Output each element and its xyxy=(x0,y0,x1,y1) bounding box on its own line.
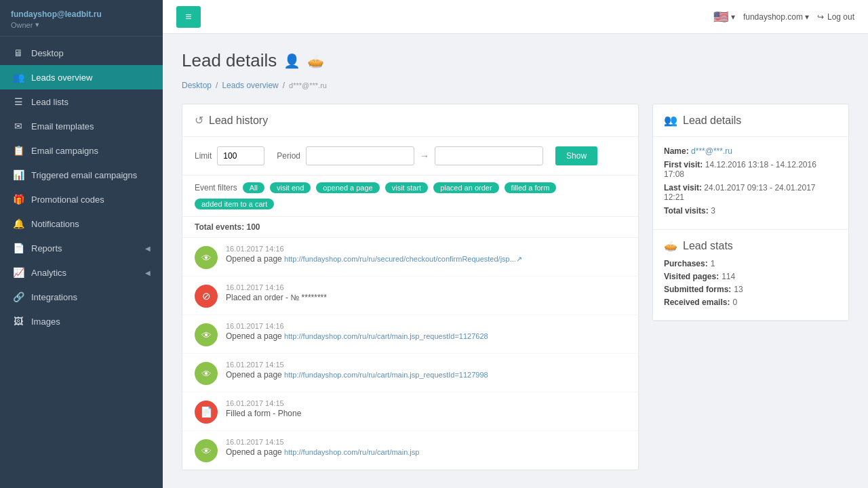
sidebar-arrow-reports: ◀ xyxy=(145,245,151,252)
flag-arrow: ▾ xyxy=(731,12,735,22)
breadcrumb-sep2: / xyxy=(283,81,285,90)
sidebar-item-leads-overview[interactable]: 👥 Leads overview xyxy=(0,65,163,89)
sidebar-icon-images: 🖼 xyxy=(12,316,24,327)
sidebar-label-promo-codes: Promotional codes xyxy=(31,195,151,205)
period-start-input[interactable] xyxy=(306,146,414,165)
period-end-input[interactable] xyxy=(435,146,543,165)
sidebar-item-email-campaigns[interactable]: 📋 Email campaigns xyxy=(0,138,163,163)
stat-key-3: Received emails: xyxy=(664,298,730,307)
stat-val-0: 1 xyxy=(711,259,715,268)
hamburger-button[interactable]: ≡ xyxy=(176,6,201,28)
domain-arrow: ▾ xyxy=(805,12,809,22)
person-icon: 👤 xyxy=(283,53,300,69)
event-tag-All[interactable]: All xyxy=(243,182,264,193)
event-time-2: 16.01.2017 14:16 xyxy=(226,322,626,330)
lead-stats-section: 🥧 Lead stats Purchases: 1 Visited pages:… xyxy=(653,230,848,321)
event-text-5: Opened a page http://fundayshop.com/ru/r… xyxy=(226,447,626,457)
sidebar-icon-email-campaigns: 📋 xyxy=(12,145,24,156)
event-tag-placed-an-order[interactable]: placed an order xyxy=(433,182,498,193)
main-area: ≡ 🇺🇸 ▾ fundayshop.com ▾ ↪ Log out Lead d… xyxy=(163,0,868,488)
stat-key-1: Visited pages: xyxy=(664,272,719,281)
event-tag-visit-end[interactable]: visit end xyxy=(270,182,311,193)
events-list: 👁 16.01.2017 14:16 Opened a page http://… xyxy=(182,238,638,470)
total-visits-row: Total visits: 3 xyxy=(664,206,837,216)
event-tag-opened-a-page[interactable]: opened a page xyxy=(316,182,379,193)
event-filters-row: Event filters Allvisit endopened a pagev… xyxy=(182,176,638,217)
event-icon-symbol-5: 👁 xyxy=(201,445,212,457)
period-filter: Period → xyxy=(277,146,543,165)
event-icon-2: 👁 xyxy=(195,323,218,346)
sidebar-nav: 🖥 Desktop 👥 Leads overview ☰ Lead lists … xyxy=(0,37,163,488)
event-tag-filled-a-form[interactable]: filled a form xyxy=(505,182,557,193)
event-link-3[interactable]: http://fundayshop.com/ru/ru/cart/main.js… xyxy=(284,371,488,379)
name-value: d***@***.ru xyxy=(691,146,732,156)
stat-val-1: 114 xyxy=(722,272,735,281)
sidebar-icon-promo-codes: 🎁 xyxy=(12,194,24,205)
lead-details-card: 👥 Lead details Name: d***@***.ru First v… xyxy=(652,104,849,321)
two-column-layout: ↺ Lead history Limit Period → Sho xyxy=(182,104,849,470)
stat-row-0: Purchases: 1 xyxy=(664,259,837,268)
show-button[interactable]: Show xyxy=(555,146,597,165)
logout-label: Log out xyxy=(827,12,854,22)
breadcrumb-home[interactable]: Desktop xyxy=(182,81,212,90)
event-icon-symbol-2: 👁 xyxy=(201,329,212,341)
event-link-0[interactable]: http://fundayshop.com/ru/ru/secured/chec… xyxy=(284,255,522,263)
logout-button[interactable]: ↪ Log out xyxy=(817,12,854,22)
hamburger-icon: ≡ xyxy=(185,11,191,23)
sidebar-icon-integrations: 🔗 xyxy=(12,291,24,302)
stat-val-2: 13 xyxy=(734,285,743,294)
sidebar-item-analytics[interactable]: 📈 Analytics ◀ xyxy=(0,260,163,285)
sidebar-item-integrations[interactable]: 🔗 Integrations xyxy=(0,285,163,309)
total-events-value: 100 xyxy=(246,222,260,232)
event-link-5[interactable]: http://fundayshop.com/ru/ru/cart/main.js… xyxy=(284,448,419,456)
event-content-3: 16.01.2017 14:15 Opened a page http://fu… xyxy=(226,361,626,380)
lead-details-header: 👥 Lead details xyxy=(653,104,848,137)
stat-row-3: Received emails: 0 xyxy=(664,298,837,307)
flag-selector[interactable]: 🇺🇸 ▾ xyxy=(713,9,735,24)
sidebar-item-notifications[interactable]: 🔔 Notifications xyxy=(0,211,163,236)
event-content-4: 16.01.2017 14:15 Filled a form - Phone xyxy=(226,399,626,418)
sidebar-item-promo-codes[interactable]: 🎁 Promotional codes xyxy=(0,187,163,211)
lead-stats-header: 🥧 Lead stats xyxy=(664,239,837,259)
filters-row: Limit Period → Show xyxy=(182,137,638,176)
sidebar-item-desktop[interactable]: 🖥 Desktop xyxy=(0,41,163,65)
event-tag-added-item-to-a-cart[interactable]: added item to a cart xyxy=(195,199,274,209)
limit-input[interactable] xyxy=(217,146,264,165)
sidebar-item-triggered-email[interactable]: 📊 Triggered email campaigns xyxy=(0,163,163,187)
event-content-0: 16.01.2017 14:16 Opened a page http://fu… xyxy=(226,245,626,264)
history-icon: ↺ xyxy=(195,114,203,127)
sidebar-item-reports[interactable]: 📄 Reports ◀ xyxy=(0,236,163,260)
sidebar-label-leads-overview: Leads overview xyxy=(31,73,151,83)
event-time-4: 16.01.2017 14:15 xyxy=(226,399,626,407)
flag-icon: 🇺🇸 xyxy=(713,9,728,24)
event-icon-0: 👁 xyxy=(195,246,218,269)
domain-selector[interactable]: fundayshop.com ▾ xyxy=(743,12,809,22)
limit-filter: Limit xyxy=(195,146,264,165)
sidebar-label-integrations: Integrations xyxy=(31,292,151,302)
event-tag-visit-start[interactable]: visit start xyxy=(385,182,428,193)
total-visits-key: Total visits: xyxy=(664,206,709,216)
event-icon-symbol-4: 📄 xyxy=(200,406,213,418)
event-link-2[interactable]: http://fundayshop.com/ru/ru/cart/main.js… xyxy=(284,332,488,340)
sidebar-label-images: Images xyxy=(31,317,151,327)
breadcrumb-section[interactable]: Leads overview xyxy=(222,81,278,90)
sidebar-icon-desktop: 🖥 xyxy=(12,47,24,58)
sidebar-item-email-templates[interactable]: ✉ Email templates xyxy=(0,114,163,138)
event-content-1: 16.01.2017 14:16 Placed an order - № ***… xyxy=(226,283,626,302)
topbar: ≡ 🇺🇸 ▾ fundayshop.com ▾ ↪ Log out xyxy=(163,0,868,34)
breadcrumb-current: d***@***.ru xyxy=(289,81,327,89)
sidebar-label-triggered-email: Triggered email campaigns xyxy=(31,170,151,180)
sidebar-item-lead-lists[interactable]: ☰ Lead lists xyxy=(0,89,163,114)
sidebar: fundayshop@leadbit.ru Owner ▾ 🖥 Desktop … xyxy=(0,0,163,488)
stat-val-3: 0 xyxy=(732,298,737,307)
event-icon-symbol-1: ⊘ xyxy=(202,290,211,302)
event-time-1: 16.01.2017 14:16 xyxy=(226,283,626,291)
sidebar-header: fundayshop@leadbit.ru Owner ▾ xyxy=(0,0,163,37)
event-icon-4: 📄 xyxy=(195,401,218,424)
limit-label: Limit xyxy=(195,151,212,161)
sidebar-role-label: Owner xyxy=(11,21,33,29)
stat-key-2: Submitted forms: xyxy=(664,285,731,294)
event-time-5: 16.01.2017 14:15 xyxy=(226,438,626,446)
sidebar-item-images[interactable]: 🖼 Images xyxy=(0,309,163,333)
sidebar-arrow-analytics: ◀ xyxy=(145,269,151,277)
